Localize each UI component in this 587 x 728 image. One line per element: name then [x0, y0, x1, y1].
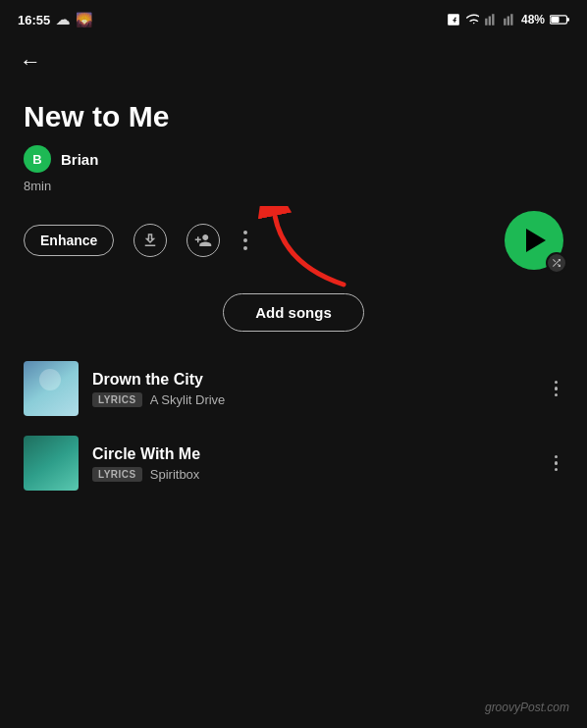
back-button[interactable]: ←	[0, 35, 587, 82]
add-songs-button[interactable]: Add songs	[223, 293, 364, 332]
status-left: 16:55 ☁ 🌄	[18, 12, 92, 27]
watermark: groovyPost.com	[485, 701, 569, 714]
battery-percent: 48%	[521, 13, 545, 26]
song-meta-2: LYRICS Spiritbox	[92, 467, 535, 482]
song-item-2: Circle With Me LYRICS Spiritbox	[8, 426, 579, 500]
user-row: B Brian	[24, 145, 563, 173]
signal-muted-icon	[484, 13, 498, 26]
more-options-button[interactable]	[240, 227, 251, 254]
playlist-title: New to Me	[24, 100, 563, 133]
song-list: Drown the City LYRICS A Skylit Drive Cir…	[0, 351, 587, 500]
song-artist-1: A Skylit Drive	[150, 392, 226, 407]
signal-muted2-icon	[503, 13, 516, 26]
song-info-2: Circle With Me LYRICS Spiritbox	[92, 445, 535, 482]
more-dot-2	[243, 238, 247, 242]
nfc-icon	[447, 13, 460, 26]
svg-rect-2	[551, 17, 559, 23]
drown-thumb-art	[24, 361, 79, 416]
playlist-duration: 8min	[24, 179, 563, 193]
lyrics-badge-1: LYRICS	[92, 392, 142, 407]
song-more-dot-2b	[555, 461, 559, 465]
song-thumb-2	[24, 436, 79, 491]
status-time: 16:55	[18, 13, 50, 27]
playlist-header: New to Me B Brian 8min	[0, 82, 587, 193]
more-dot-3	[243, 246, 247, 250]
circle-thumb-art	[24, 436, 79, 491]
download-button[interactable]	[133, 224, 167, 257]
wifi-icon	[465, 13, 479, 26]
add-user-button[interactable]	[187, 224, 220, 257]
user-name: Brian	[61, 151, 98, 168]
song-more-dot-2c	[555, 468, 559, 472]
battery-icon	[550, 14, 569, 26]
song-more-dot-2a	[555, 455, 559, 459]
cloud-icon: ☁	[56, 12, 70, 27]
svg-rect-1	[567, 18, 570, 21]
more-dot-1	[243, 231, 247, 234]
song-more-dot-1c	[555, 393, 559, 397]
controls-row: Enhance	[0, 211, 587, 270]
song-item-1: Drown the City LYRICS A Skylit Drive	[8, 351, 579, 426]
song-more-button-2[interactable]	[549, 451, 564, 476]
enhance-button[interactable]: Enhance	[24, 225, 114, 256]
song-title-2: Circle With Me	[92, 445, 535, 463]
status-bar: 16:55 ☁ 🌄 48%	[0, 0, 587, 35]
song-meta-1: LYRICS A Skylit Drive	[92, 392, 535, 407]
song-info-1: Drown the City LYRICS A Skylit Drive	[92, 371, 535, 407]
add-songs-wrap: Add songs	[0, 293, 587, 332]
song-more-button-1[interactable]	[549, 377, 564, 401]
song-more-dot-1b	[555, 387, 559, 390]
download-icon	[141, 232, 159, 249]
user-avatar: B	[24, 145, 51, 173]
image-icon: 🌄	[76, 12, 92, 27]
song-thumb-1	[24, 361, 79, 416]
song-artist-2: Spiritbox	[150, 467, 200, 482]
play-button-wrap	[505, 211, 563, 270]
play-icon	[526, 229, 546, 252]
shuffle-icon	[551, 257, 562, 269]
song-more-dot-1a	[555, 381, 559, 385]
status-right: 48%	[447, 13, 569, 26]
shuffle-badge	[546, 252, 567, 274]
lyrics-badge-2: LYRICS	[92, 467, 142, 482]
song-title-1: Drown the City	[92, 371, 535, 389]
add-user-icon	[194, 232, 212, 249]
